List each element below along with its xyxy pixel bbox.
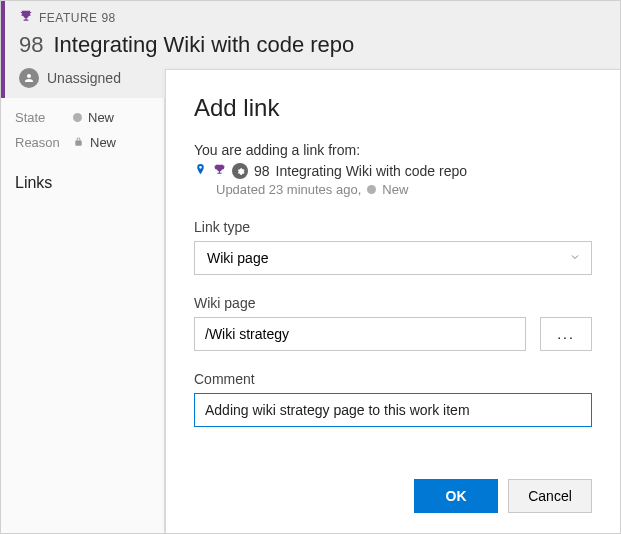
gear-icon: [232, 163, 248, 179]
state-dot-icon: [73, 113, 82, 122]
trophy-icon: [19, 9, 33, 26]
ref-updated: Updated 23 minutes ago,: [216, 182, 361, 197]
lock-icon: [73, 135, 84, 150]
work-item-type-label: FEATURE 98: [39, 11, 116, 25]
dialog-title: Add link: [194, 94, 592, 122]
work-item-type-row: FEATURE 98: [19, 9, 606, 26]
cancel-button[interactable]: Cancel: [508, 479, 592, 513]
state-value: New: [88, 110, 114, 125]
reason-value: New: [90, 135, 116, 150]
add-link-dialog: Add link You are adding a link from: 98 …: [165, 69, 620, 533]
work-item-title[interactable]: Integrating Wiki with code repo: [53, 32, 354, 58]
work-item-panel: FEATURE 98 98 Integrating Wiki with code…: [0, 0, 621, 534]
trophy-icon: [213, 163, 226, 179]
person-icon: [19, 68, 39, 88]
wiki-page-input[interactable]: [194, 317, 526, 351]
dialog-buttons: OK Cancel: [194, 459, 592, 513]
ref-state: New: [382, 182, 408, 197]
assignee-label: Unassigned: [47, 70, 121, 86]
comment-label: Comment: [194, 371, 592, 387]
reason-field[interactable]: Reason New: [15, 135, 150, 150]
ok-button[interactable]: OK: [414, 479, 498, 513]
link-type-select[interactable]: Wiki page: [194, 241, 592, 275]
link-type-label: Link type: [194, 219, 592, 235]
state-field[interactable]: State New: [15, 110, 150, 125]
state-label: State: [15, 110, 73, 125]
state-dot-icon: [367, 185, 376, 194]
work-item-title-row: 98 Integrating Wiki with code repo: [19, 32, 606, 58]
ref-title: Integrating Wiki with code repo: [276, 163, 467, 179]
dialog-intro: You are adding a link from:: [194, 142, 592, 158]
pin-icon: [194, 162, 207, 180]
chevron-down-icon: [569, 250, 581, 266]
work-item-id: 98: [19, 32, 43, 58]
ref-meta: Updated 23 minutes ago, New: [216, 182, 592, 197]
links-tab[interactable]: Links: [15, 174, 150, 192]
browse-button[interactable]: ...: [540, 317, 592, 351]
reason-label: Reason: [15, 135, 73, 150]
fields-panel: State New Reason New Links: [1, 98, 165, 533]
comment-input[interactable]: [194, 393, 592, 427]
wiki-page-label: Wiki page: [194, 295, 592, 311]
link-source-ref: 98 Integrating Wiki with code repo: [194, 162, 592, 180]
link-type-value: Wiki page: [207, 250, 268, 266]
ref-id: 98: [254, 163, 270, 179]
